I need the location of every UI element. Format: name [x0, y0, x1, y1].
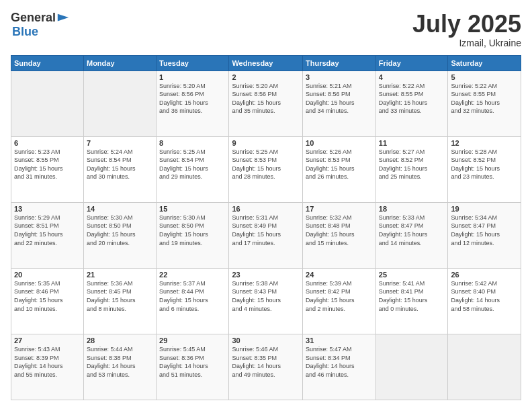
day-info: Sunrise: 5:43 AM Sunset: 8:39 PM Dayligh… [14, 345, 81, 379]
day-info: Sunrise: 5:20 AM Sunset: 8:56 PM Dayligh… [159, 82, 226, 116]
day-number: 12 [451, 139, 518, 147]
calendar-cell: 26Sunrise: 5:42 AM Sunset: 8:40 PM Dayli… [448, 268, 521, 334]
calendar-cell: 23Sunrise: 5:38 AM Sunset: 8:43 PM Dayli… [229, 268, 303, 334]
day-info: Sunrise: 5:30 AM Sunset: 8:50 PM Dayligh… [159, 214, 226, 247]
day-header-wednesday: Wednesday [229, 55, 303, 71]
day-number: 28 [87, 336, 153, 345]
day-header-sunday: Sunday [11, 55, 84, 71]
day-number: 23 [232, 271, 300, 279]
calendar-cell: 24Sunrise: 5:39 AM Sunset: 8:42 PM Dayli… [303, 268, 376, 334]
calendar-cell: 27Sunrise: 5:43 AM Sunset: 8:39 PM Dayli… [11, 334, 84, 400]
calendar-cell: 22Sunrise: 5:37 AM Sunset: 8:44 PM Dayli… [157, 268, 229, 334]
day-number: 9 [232, 139, 300, 147]
calendar-cell: 16Sunrise: 5:31 AM Sunset: 8:49 PM Dayli… [229, 202, 303, 268]
day-info: Sunrise: 5:39 AM Sunset: 8:42 PM Dayligh… [306, 279, 373, 313]
calendar-cell [448, 334, 521, 400]
day-info: Sunrise: 5:28 AM Sunset: 8:52 PM Dayligh… [451, 148, 518, 181]
logo-flag-icon [56, 11, 70, 25]
day-number: 19 [451, 205, 518, 213]
day-info: Sunrise: 5:27 AM Sunset: 8:52 PM Dayligh… [379, 148, 445, 181]
day-number: 1 [159, 73, 226, 81]
logo-general-text: General [11, 11, 56, 25]
calendar-cell: 30Sunrise: 5:46 AM Sunset: 8:35 PM Dayli… [229, 334, 303, 400]
day-info: Sunrise: 5:35 AM Sunset: 8:46 PM Dayligh… [14, 279, 81, 313]
day-info: Sunrise: 5:29 AM Sunset: 8:51 PM Dayligh… [14, 214, 81, 247]
day-number: 18 [379, 205, 445, 213]
calendar-cell [375, 334, 448, 400]
calendar-title: July 2025 [412, 11, 521, 38]
day-number: 11 [379, 139, 445, 147]
day-number: 21 [87, 271, 153, 279]
day-info: Sunrise: 5:37 AM Sunset: 8:44 PM Dayligh… [159, 279, 226, 313]
day-header-thursday: Thursday [303, 55, 376, 71]
day-number: 26 [451, 271, 518, 279]
day-info: Sunrise: 5:22 AM Sunset: 8:55 PM Dayligh… [451, 82, 518, 116]
calendar-cell: 1Sunrise: 5:20 AM Sunset: 8:56 PM Daylig… [157, 71, 229, 136]
calendar-cell: 19Sunrise: 5:34 AM Sunset: 8:47 PM Dayli… [448, 202, 521, 268]
day-number: 27 [14, 336, 81, 345]
calendar-cell: 7Sunrise: 5:24 AM Sunset: 8:54 PM Daylig… [83, 136, 156, 202]
calendar-cell: 17Sunrise: 5:32 AM Sunset: 8:48 PM Dayli… [303, 202, 376, 268]
calendar-cell [83, 71, 156, 136]
day-number: 5 [451, 73, 518, 81]
day-info: Sunrise: 5:30 AM Sunset: 8:50 PM Dayligh… [87, 214, 153, 247]
logo-blue-text: Blue [12, 25, 38, 38]
day-info: Sunrise: 5:33 AM Sunset: 8:47 PM Dayligh… [379, 214, 445, 247]
day-info: Sunrise: 5:46 AM Sunset: 8:35 PM Dayligh… [232, 345, 300, 379]
day-info: Sunrise: 5:45 AM Sunset: 8:36 PM Dayligh… [159, 345, 226, 379]
logo: General Blue [11, 11, 70, 39]
calendar-cell: 4Sunrise: 5:22 AM Sunset: 8:55 PM Daylig… [375, 71, 448, 136]
day-info: Sunrise: 5:25 AM Sunset: 8:53 PM Dayligh… [232, 148, 300, 181]
calendar-week-1: 1Sunrise: 5:20 AM Sunset: 8:56 PM Daylig… [11, 71, 521, 136]
calendar-cell: 29Sunrise: 5:45 AM Sunset: 8:36 PM Dayli… [157, 334, 229, 400]
day-number: 30 [232, 336, 300, 345]
day-info: Sunrise: 5:22 AM Sunset: 8:55 PM Dayligh… [379, 82, 445, 116]
calendar-cell: 9Sunrise: 5:25 AM Sunset: 8:53 PM Daylig… [229, 136, 303, 202]
calendar-cell: 14Sunrise: 5:30 AM Sunset: 8:50 PM Dayli… [83, 202, 156, 268]
day-header-friday: Friday [375, 55, 448, 71]
day-info: Sunrise: 5:47 AM Sunset: 8:34 PM Dayligh… [306, 345, 373, 379]
calendar-cell: 21Sunrise: 5:36 AM Sunset: 8:45 PM Dayli… [83, 268, 156, 334]
day-number: 8 [159, 139, 226, 147]
calendar-cell: 20Sunrise: 5:35 AM Sunset: 8:46 PM Dayli… [11, 268, 84, 334]
page: General Blue July 2025 Izmail, Ukraine S… [0, 0, 532, 411]
day-info: Sunrise: 5:32 AM Sunset: 8:48 PM Dayligh… [306, 214, 373, 247]
day-number: 14 [87, 205, 153, 213]
day-number: 4 [379, 73, 445, 81]
calendar-cell: 2Sunrise: 5:20 AM Sunset: 8:56 PM Daylig… [229, 71, 303, 136]
day-info: Sunrise: 5:42 AM Sunset: 8:40 PM Dayligh… [451, 279, 518, 313]
calendar-week-3: 13Sunrise: 5:29 AM Sunset: 8:51 PM Dayli… [11, 202, 521, 268]
day-info: Sunrise: 5:24 AM Sunset: 8:54 PM Dayligh… [87, 148, 153, 181]
day-header-tuesday: Tuesday [157, 55, 229, 71]
calendar-cell: 13Sunrise: 5:29 AM Sunset: 8:51 PM Dayli… [11, 202, 84, 268]
day-number: 17 [306, 205, 373, 213]
day-info: Sunrise: 5:21 AM Sunset: 8:56 PM Dayligh… [306, 82, 373, 116]
day-info: Sunrise: 5:20 AM Sunset: 8:56 PM Dayligh… [232, 82, 300, 116]
day-info: Sunrise: 5:38 AM Sunset: 8:43 PM Dayligh… [232, 279, 300, 313]
calendar-cell: 25Sunrise: 5:41 AM Sunset: 8:41 PM Dayli… [375, 268, 448, 334]
title-block: July 2025 Izmail, Ukraine [412, 11, 521, 48]
day-number: 20 [14, 271, 81, 279]
calendar-week-4: 20Sunrise: 5:35 AM Sunset: 8:46 PM Dayli… [11, 268, 521, 334]
day-number: 16 [232, 205, 300, 213]
day-number: 15 [159, 205, 226, 213]
day-number: 31 [306, 336, 373, 345]
day-number: 6 [14, 139, 81, 147]
day-header-saturday: Saturday [448, 55, 521, 71]
day-info: Sunrise: 5:25 AM Sunset: 8:54 PM Dayligh… [159, 148, 226, 181]
calendar-week-5: 27Sunrise: 5:43 AM Sunset: 8:39 PM Dayli… [11, 334, 521, 400]
calendar-cell: 31Sunrise: 5:47 AM Sunset: 8:34 PM Dayli… [303, 334, 376, 400]
day-info: Sunrise: 5:36 AM Sunset: 8:45 PM Dayligh… [87, 279, 153, 313]
calendar-cell: 15Sunrise: 5:30 AM Sunset: 8:50 PM Dayli… [157, 202, 229, 268]
calendar-table: SundayMondayTuesdayWednesdayThursdayFrid… [11, 55, 521, 400]
calendar-cell: 3Sunrise: 5:21 AM Sunset: 8:56 PM Daylig… [303, 71, 376, 136]
calendar-body: 1Sunrise: 5:20 AM Sunset: 8:56 PM Daylig… [11, 71, 521, 400]
day-number: 7 [87, 139, 153, 147]
day-number: 24 [306, 271, 373, 279]
calendar-location: Izmail, Ukraine [412, 38, 521, 48]
calendar-cell: 12Sunrise: 5:28 AM Sunset: 8:52 PM Dayli… [448, 136, 521, 202]
calendar-cell: 28Sunrise: 5:44 AM Sunset: 8:38 PM Dayli… [83, 334, 156, 400]
day-info: Sunrise: 5:31 AM Sunset: 8:49 PM Dayligh… [232, 214, 300, 247]
day-header-monday: Monday [83, 55, 156, 71]
calendar-cell: 5Sunrise: 5:22 AM Sunset: 8:55 PM Daylig… [448, 71, 521, 136]
